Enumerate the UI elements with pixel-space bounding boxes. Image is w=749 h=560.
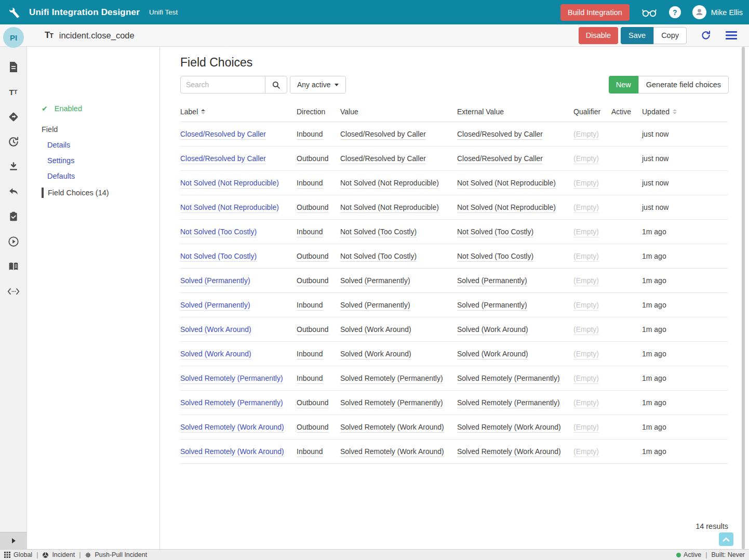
clipboard-check-icon[interactable]: [7, 210, 20, 223]
row-value[interactable]: Closed/Resolved by Caller: [340, 154, 426, 164]
vertical-scrollbar[interactable]: [742, 47, 745, 549]
row-value[interactable]: Not Solved (Too Costly): [340, 252, 417, 262]
copy-button[interactable]: Copy: [653, 27, 687, 44]
row-direction-value[interactable]: Outbound: [297, 203, 329, 213]
row-external-value[interactable]: Not Solved (Not Reproducible): [457, 179, 556, 189]
row-external-value[interactable]: Solved Remotely (Work Around): [457, 423, 561, 433]
row-external-value[interactable]: Not Solved (Too Costly): [457, 228, 533, 237]
row-direction-value[interactable]: Inbound: [297, 447, 323, 457]
row-label-link[interactable]: Solved Remotely (Work Around): [180, 447, 284, 457]
row-value[interactable]: Not Solved (Too Costly): [340, 228, 417, 237]
row-value[interactable]: Solved (Permanently): [340, 276, 410, 286]
row-value[interactable]: Solved Remotely (Permanently): [340, 398, 443, 408]
scope-selector[interactable]: Global: [4, 551, 32, 558]
row-external-value[interactable]: Not Solved (Too Costly): [457, 252, 533, 262]
row-label-link[interactable]: Solved (Work Around): [180, 325, 251, 335]
row-label-link[interactable]: Solved Remotely (Work Around): [180, 423, 284, 433]
refresh-icon[interactable]: [700, 30, 712, 41]
row-qualifier[interactable]: (Empty): [573, 350, 599, 359]
row-direction-value[interactable]: Inbound: [297, 130, 323, 140]
generate-field-choices-button[interactable]: Generate field choices: [638, 76, 729, 94]
application-selector[interactable]: Incident: [42, 551, 75, 558]
new-button[interactable]: New: [609, 76, 638, 94]
row-external-value[interactable]: Solved Remotely (Work Around): [457, 447, 561, 457]
hamburger-menu-icon[interactable]: [725, 31, 738, 40]
row-label-link[interactable]: Not Solved (Not Reproducible): [180, 203, 279, 213]
row-label-link[interactable]: Not Solved (Too Costly): [180, 228, 257, 237]
row-qualifier[interactable]: (Empty): [573, 325, 599, 335]
row-direction-value[interactable]: Inbound: [297, 301, 323, 311]
row-qualifier[interactable]: (Empty): [573, 301, 599, 311]
row-direction-value[interactable]: Inbound: [297, 228, 323, 237]
row-label-link[interactable]: Solved (Work Around): [180, 350, 251, 359]
scroll-to-top-button[interactable]: [719, 532, 733, 546]
row-label-link[interactable]: Not Solved (Too Costly): [180, 252, 257, 262]
column-header-external-value[interactable]: External Value: [457, 108, 573, 116]
row-direction-value[interactable]: Outbound: [297, 154, 329, 164]
download-icon[interactable]: [7, 161, 20, 173]
nav-item-field-choices[interactable]: Field Choices (14): [42, 188, 109, 198]
search-button[interactable]: [265, 76, 287, 94]
wrench-icon[interactable]: [7, 6, 21, 19]
help-icon[interactable]: ?: [669, 6, 681, 18]
row-external-value[interactable]: Solved Remotely (Permanently): [457, 374, 560, 384]
column-header-direction[interactable]: Direction: [297, 108, 340, 116]
row-external-value[interactable]: Solved Remotely (Permanently): [457, 398, 560, 408]
row-qualifier[interactable]: (Empty): [573, 423, 599, 433]
row-value[interactable]: Not Solved (Not Reproducible): [340, 203, 439, 213]
row-direction-value[interactable]: Inbound: [297, 350, 323, 359]
document-icon[interactable]: [7, 61, 20, 73]
integration-avatar[interactable]: PI: [3, 27, 24, 48]
row-label-link[interactable]: Not Solved (Not Reproducible): [180, 179, 279, 189]
column-header-label[interactable]: Label: [180, 108, 297, 116]
row-value[interactable]: Not Solved (Not Reproducible): [340, 179, 439, 189]
directions-icon[interactable]: [7, 111, 20, 123]
row-label-link[interactable]: Solved Remotely (Permanently): [180, 374, 283, 384]
row-label-link[interactable]: Solved (Permanently): [180, 276, 250, 286]
row-value[interactable]: Closed/Resolved by Caller: [340, 130, 426, 140]
column-header-updated[interactable]: Updated: [642, 108, 728, 116]
spectacles-icon[interactable]: [641, 6, 658, 19]
row-qualifier[interactable]: (Empty): [573, 179, 599, 189]
reply-icon[interactable]: [7, 185, 20, 198]
row-external-value[interactable]: Solved (Permanently): [457, 276, 527, 286]
row-direction-value[interactable]: Outbound: [297, 325, 329, 335]
user-menu[interactable]: Mike Ellis: [692, 5, 743, 19]
row-direction-value[interactable]: Outbound: [297, 252, 329, 262]
column-header-qualifier[interactable]: Qualifier: [573, 108, 611, 116]
run-icon[interactable]: [7, 235, 20, 248]
row-qualifier[interactable]: (Empty): [573, 447, 599, 457]
process-selector[interactable]: Push-Pull Incident: [85, 551, 147, 558]
save-button[interactable]: Save: [621, 27, 653, 44]
row-label-link[interactable]: Closed/Resolved by Caller: [180, 130, 266, 140]
row-direction-value[interactable]: Outbound: [297, 398, 329, 408]
app-subtitle[interactable]: Unifi Test: [149, 8, 178, 16]
search-input[interactable]: [180, 76, 265, 94]
row-qualifier[interactable]: (Empty): [573, 154, 599, 164]
row-external-value[interactable]: Not Solved (Not Reproducible): [457, 203, 556, 213]
sidebar-expander[interactable]: [0, 532, 27, 549]
row-qualifier[interactable]: (Empty): [573, 374, 599, 384]
row-direction-value[interactable]: Outbound: [297, 423, 329, 433]
row-qualifier[interactable]: (Empty): [573, 130, 599, 140]
row-value[interactable]: Solved (Permanently): [340, 301, 410, 311]
row-direction-value[interactable]: Inbound: [297, 179, 323, 189]
nav-item-defaults[interactable]: Defaults: [47, 172, 75, 180]
history-icon[interactable]: [7, 136, 20, 148]
disable-button[interactable]: Disable: [579, 27, 618, 44]
nav-item-details[interactable]: Details: [47, 141, 70, 149]
nav-item-settings[interactable]: Settings: [47, 156, 74, 165]
row-qualifier[interactable]: (Empty): [573, 398, 599, 408]
row-external-value[interactable]: Closed/Resolved by Caller: [457, 154, 543, 164]
build-integration-button[interactable]: Build Integration: [560, 4, 630, 21]
row-value[interactable]: Solved Remotely (Work Around): [340, 447, 444, 457]
row-value[interactable]: Solved (Work Around): [340, 325, 411, 335]
documentation-icon[interactable]: [7, 260, 20, 273]
row-external-value[interactable]: Solved (Work Around): [457, 350, 528, 359]
row-qualifier[interactable]: (Empty): [573, 276, 599, 286]
column-header-value[interactable]: Value: [340, 108, 457, 116]
field-text-icon[interactable]: TT: [7, 86, 20, 98]
row-direction-value[interactable]: Inbound: [297, 374, 323, 384]
row-value[interactable]: Solved (Work Around): [340, 350, 411, 359]
active-filter-dropdown[interactable]: Any active: [290, 76, 346, 94]
